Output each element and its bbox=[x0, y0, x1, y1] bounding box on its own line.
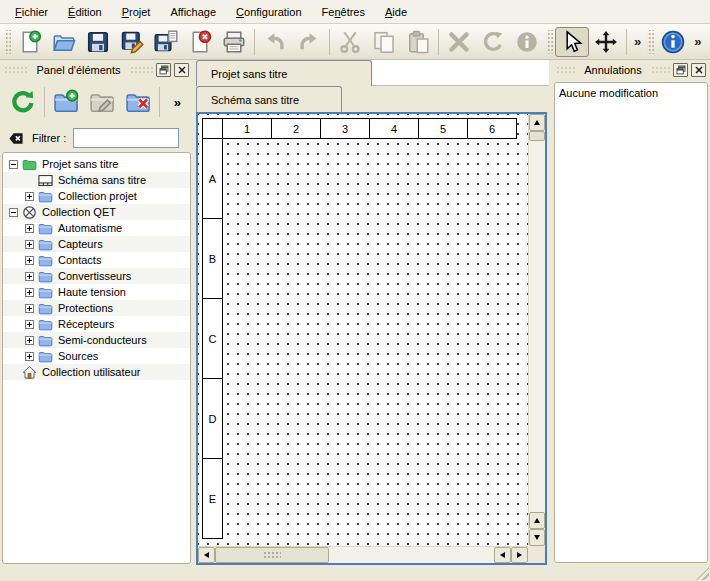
scroll-right-button[interactable] bbox=[511, 547, 528, 563]
float-panel-button[interactable] bbox=[156, 63, 171, 77]
cut-icon bbox=[338, 30, 362, 54]
delete-button[interactable] bbox=[442, 27, 476, 57]
tree-item-protections[interactable]: Protections bbox=[3, 300, 190, 316]
tree-item-recepteurs[interactable]: Récepteurs bbox=[3, 316, 190, 332]
clear-filter-icon[interactable] bbox=[7, 131, 25, 146]
expand-toggle[interactable] bbox=[25, 336, 34, 345]
tree-item-collection-qet[interactable]: Collection QET bbox=[3, 204, 190, 220]
close-document-button[interactable] bbox=[183, 27, 217, 57]
panel-overflow-chevron[interactable]: » bbox=[174, 95, 188, 110]
tab-project[interactable]: Projet sans titre bbox=[196, 60, 372, 86]
scrollbar-corner bbox=[528, 546, 545, 563]
select-arrow-button[interactable] bbox=[555, 27, 589, 57]
schematic-viewport[interactable]: 123456ABCDE bbox=[198, 114, 528, 546]
scroll-left-button[interactable] bbox=[198, 547, 215, 563]
horizontal-scrollbar[interactable] bbox=[198, 546, 528, 563]
vertical-scrollbar[interactable] bbox=[528, 114, 545, 546]
float-panel-button[interactable] bbox=[673, 63, 688, 77]
rotate-button[interactable] bbox=[476, 27, 510, 57]
tree-item-collection-projet[interactable]: Collection projet bbox=[3, 188, 190, 204]
save-as-button[interactable] bbox=[115, 27, 149, 57]
filter-input[interactable] bbox=[73, 128, 179, 148]
filter-row: Filtrer : bbox=[0, 124, 193, 152]
tree-item-projet-sans-titre[interactable]: Projet sans titre bbox=[3, 156, 190, 172]
save-as-icon bbox=[120, 30, 144, 54]
expand-toggle[interactable] bbox=[25, 192, 34, 201]
tree-item-haute-tension[interactable]: Haute tension bbox=[3, 284, 190, 300]
tree-item-contacts[interactable]: Contacts bbox=[3, 252, 190, 268]
open-document-button[interactable] bbox=[47, 27, 81, 57]
expand-toggle[interactable] bbox=[25, 304, 34, 313]
undo-button[interactable] bbox=[258, 27, 292, 57]
redo-button[interactable] bbox=[292, 27, 326, 57]
expand-toggle[interactable] bbox=[25, 256, 34, 265]
close-icon bbox=[694, 65, 704, 75]
paste-button[interactable] bbox=[401, 27, 435, 57]
folder-icon bbox=[38, 349, 53, 364]
menu-edition[interactable]: Édition bbox=[59, 2, 111, 22]
copy-button[interactable] bbox=[367, 27, 401, 57]
tree-item-label: Projet sans titre bbox=[42, 158, 118, 170]
toolbar-overflow-chevron[interactable]: » bbox=[630, 34, 645, 49]
about-qet-icon bbox=[661, 30, 685, 54]
panel-toolbar: » bbox=[0, 80, 193, 124]
horizontal-scroll-thumb[interactable] bbox=[215, 547, 329, 563]
save-all-icon bbox=[154, 30, 178, 54]
edit-category-button[interactable] bbox=[84, 84, 120, 120]
select-arrow-icon bbox=[560, 30, 584, 54]
menu-configuration[interactable]: Configuration bbox=[227, 2, 310, 22]
reload-button[interactable] bbox=[5, 84, 41, 120]
info-button[interactable] bbox=[510, 27, 544, 57]
close-panel-button[interactable] bbox=[691, 63, 706, 77]
delete-category-button[interactable] bbox=[120, 84, 156, 120]
save-all-button[interactable] bbox=[149, 27, 183, 57]
scroll-up-button-bottom[interactable] bbox=[529, 512, 545, 529]
expand-toggle[interactable] bbox=[25, 320, 34, 329]
expand-toggle[interactable] bbox=[25, 352, 34, 361]
menu-affichage[interactable]: Affichage bbox=[161, 2, 225, 22]
tree-item-capteurs[interactable]: Capteurs bbox=[3, 236, 190, 252]
menu-aide[interactable]: Aide bbox=[376, 2, 416, 22]
menu-fichier[interactable]: Fichier bbox=[6, 2, 57, 22]
resize-grip[interactable] bbox=[696, 567, 709, 580]
expand-toggle[interactable] bbox=[25, 224, 34, 233]
schema-icon bbox=[38, 173, 53, 188]
vertical-scroll-thumb[interactable] bbox=[529, 131, 545, 141]
collapse-toggle[interactable] bbox=[9, 160, 18, 169]
expand-toggle[interactable] bbox=[25, 272, 34, 281]
new-document-button[interactable] bbox=[13, 27, 47, 57]
undo-item[interactable]: Aucune modification bbox=[555, 85, 707, 101]
tree-item-convertisseurs[interactable]: Convertisseurs bbox=[3, 268, 190, 284]
toolbar-overflow-chevron[interactable]: » bbox=[690, 34, 705, 49]
expand-toggle[interactable] bbox=[25, 288, 34, 297]
scroll-left-button-right[interactable] bbox=[494, 547, 511, 563]
arrow-down-icon bbox=[534, 535, 540, 540]
print-button[interactable] bbox=[217, 27, 251, 57]
tree-item-schema-sans-titre[interactable]: Schéma sans titre bbox=[3, 172, 190, 188]
toolbar-drag-handle[interactable] bbox=[546, 30, 553, 54]
project-tabbar: Projet sans titre bbox=[196, 60, 549, 86]
menu-projet[interactable]: Projet bbox=[113, 2, 160, 22]
menu-fenetres[interactable]: Fenêtres bbox=[313, 2, 374, 22]
toolbar-drag-handle[interactable] bbox=[647, 30, 654, 54]
close-panel-button[interactable] bbox=[174, 63, 189, 77]
expand-toggle[interactable] bbox=[25, 240, 34, 249]
tree-item-label: Haute tension bbox=[58, 286, 126, 298]
scroll-down-button[interactable] bbox=[529, 529, 545, 546]
undo-icon bbox=[263, 30, 287, 54]
toolbar-drag-handle[interactable] bbox=[4, 30, 11, 54]
cut-button[interactable] bbox=[333, 27, 367, 57]
tree-item-collection-utilisateur[interactable]: Collection utilisateur bbox=[3, 364, 190, 380]
collapse-toggle[interactable] bbox=[9, 208, 18, 217]
about-qet-button[interactable] bbox=[656, 27, 690, 57]
scroll-up-button[interactable] bbox=[529, 114, 545, 131]
move-part-button[interactable] bbox=[589, 27, 623, 57]
save-button[interactable] bbox=[81, 27, 115, 57]
new-category-button[interactable] bbox=[48, 84, 84, 120]
tree-item-automatisme[interactable]: Automatisme bbox=[3, 220, 190, 236]
tab-schema[interactable]: Schéma sans titre bbox=[196, 86, 342, 112]
tree-item-label: Semi-conducteurs bbox=[58, 334, 147, 346]
status-bar bbox=[0, 566, 710, 581]
tree-item-semi-conducteurs[interactable]: Semi-conducteurs bbox=[3, 332, 190, 348]
tree-item-sources[interactable]: Sources bbox=[3, 348, 190, 364]
